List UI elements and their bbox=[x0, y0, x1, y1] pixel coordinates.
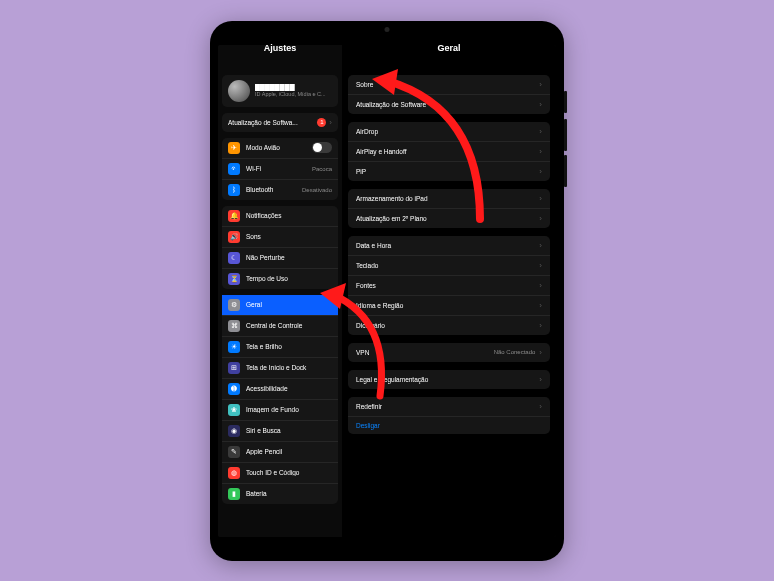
sidebar-item-tempo-de-uso[interactable]: ⏳Tempo de Uso bbox=[222, 268, 338, 289]
bell-icon: 🔔 bbox=[228, 210, 240, 222]
detail-group-storage: Armazenamento do iPad›Atualização em 2º … bbox=[348, 189, 550, 228]
chevron-right-icon: › bbox=[329, 118, 332, 127]
detail-row-atualiza-o-de-software[interactable]: Atualização de Software› bbox=[348, 94, 550, 114]
settings-title: Ajustes bbox=[218, 35, 342, 61]
sidebar-item-wi-fi[interactable]: ᯤWi-FiPacoca bbox=[222, 158, 338, 179]
sidebar-item-apple-pencil[interactable]: ✎Apple Pencil bbox=[222, 441, 338, 462]
sidebar-item-bateria[interactable]: ▮Bateria bbox=[222, 483, 338, 504]
toggle-switch[interactable] bbox=[312, 142, 332, 153]
detail-row-redefinir[interactable]: Redefinir› bbox=[348, 397, 550, 416]
sidebar-item-label: Notificações bbox=[246, 212, 332, 219]
chevron-right-icon: › bbox=[539, 281, 542, 290]
badge-icon: 1 bbox=[317, 118, 326, 127]
sidebar-group-notifications: 🔔Notificações🔊Sons☾Não Perturbe⏳Tempo de… bbox=[222, 206, 338, 289]
accessibility-icon: ➊ bbox=[228, 383, 240, 395]
sidebar-item-acessibilidade[interactable]: ➊Acessibilidade bbox=[222, 378, 338, 399]
chevron-right-icon: › bbox=[539, 147, 542, 156]
sidebar-item-label: Wi-Fi bbox=[246, 165, 308, 172]
detail-row-sobre[interactable]: Sobre› bbox=[348, 75, 550, 94]
detail-pane: Sobre›Atualização de Software› AirDrop›A… bbox=[342, 45, 556, 537]
detail-row-airplay-e-handoff[interactable]: AirPlay e Handoff› bbox=[348, 141, 550, 161]
sidebar-item-geral[interactable]: ⚙Geral bbox=[222, 295, 338, 315]
detail-group-date: Data e Hora›Teclado›Fontes›Idioma e Regi… bbox=[348, 236, 550, 335]
detail-row-armazenamento-do-ipad[interactable]: Armazenamento do iPad› bbox=[348, 189, 550, 208]
sidebar-item-tela-de-in-cio-e-dock[interactable]: ⊞Tela de Início e Dock bbox=[222, 357, 338, 378]
sidebar-group-connectivity: ✈Modo AviãoᯤWi-FiPacocaᛒBluetoothDesativ… bbox=[222, 138, 338, 200]
airplane-icon: ✈ bbox=[228, 142, 240, 154]
detail-row-label: Redefinir bbox=[356, 403, 539, 410]
detail-row-pip[interactable]: PiP› bbox=[348, 161, 550, 181]
sidebar-item-tela-e-brilho[interactable]: ☀Tela e Brilho bbox=[222, 336, 338, 357]
sidebar-item-label: Bateria bbox=[246, 490, 332, 497]
settings-sidebar: ████████ ID Apple, iCloud, Mídia e C... … bbox=[218, 45, 342, 537]
sidebar-item-label: Tela de Início e Dock bbox=[246, 364, 332, 371]
detail-row-legal-e-regulamenta-o[interactable]: Legal e Regulamentação› bbox=[348, 370, 550, 389]
avatar bbox=[228, 80, 250, 102]
chevron-right-icon: › bbox=[539, 214, 542, 223]
detail-row-label: Atualização de Software bbox=[356, 101, 539, 108]
detail-row-vpn[interactable]: VPNNão Conectado› bbox=[348, 343, 550, 362]
chevron-right-icon: › bbox=[539, 402, 542, 411]
sidebar-item-label: Sons bbox=[246, 233, 332, 240]
moon-icon: ☾ bbox=[228, 252, 240, 264]
sidebar-item-n-o-perturbe[interactable]: ☾Não Perturbe bbox=[222, 247, 338, 268]
detail-row-label: Desligar bbox=[356, 422, 542, 429]
detail-group-vpn: VPNNão Conectado› bbox=[348, 343, 550, 362]
sidebar-item-label: Tempo de Uso bbox=[246, 275, 332, 282]
sidebar-item-touch-id-e-c-digo[interactable]: ◍Touch ID e Código bbox=[222, 462, 338, 483]
chevron-right-icon: › bbox=[539, 261, 542, 270]
software-update-banner[interactable]: Atualização de Softwa... 1 › bbox=[222, 113, 338, 132]
detail-group-airdrop: AirDrop›AirPlay e Handoff›PiP› bbox=[348, 122, 550, 181]
profile-text: ████████ ID Apple, iCloud, Mídia e C... bbox=[255, 84, 326, 97]
chevron-right-icon: › bbox=[539, 167, 542, 176]
volume-up-button[interactable] bbox=[564, 119, 567, 151]
profile-subtitle: ID Apple, iCloud, Mídia e C... bbox=[255, 91, 326, 97]
apple-id-profile[interactable]: ████████ ID Apple, iCloud, Mídia e C... bbox=[222, 75, 338, 107]
battery-icon: ▮ bbox=[228, 488, 240, 500]
detail-row-desligar[interactable]: Desligar bbox=[348, 416, 550, 434]
detail-group-reset: Redefinir›Desligar bbox=[348, 397, 550, 434]
detail-row-label: Sobre bbox=[356, 81, 539, 88]
tablet-frame: Ajustes Geral ████████ ID Apple, iCloud,… bbox=[210, 21, 564, 561]
header-bar: Ajustes Geral bbox=[218, 35, 556, 61]
detail-row-dicion-rio[interactable]: Dicionário› bbox=[348, 315, 550, 335]
power-button[interactable] bbox=[564, 91, 567, 113]
detail-row-label: Idioma e Região bbox=[356, 302, 539, 309]
chevron-right-icon: › bbox=[539, 194, 542, 203]
pencil-icon: ✎ bbox=[228, 446, 240, 458]
sidebar-item-label: Modo Avião bbox=[246, 144, 312, 151]
detail-row-fontes[interactable]: Fontes› bbox=[348, 275, 550, 295]
detail-row-label: Legal e Regulamentação bbox=[356, 376, 539, 383]
siri-icon: ◉ bbox=[228, 425, 240, 437]
sidebar-item-central-de-controle[interactable]: ⌘Central de Controle bbox=[222, 315, 338, 336]
sidebar-item-value: Pacoca bbox=[312, 166, 332, 172]
speaker-icon: 🔊 bbox=[228, 231, 240, 243]
touchid-icon: ◍ bbox=[228, 467, 240, 479]
sidebar-item-bluetooth[interactable]: ᛒBluetoothDesativado bbox=[222, 179, 338, 200]
sidebar-item-siri-e-busca[interactable]: ◉Siri e Busca bbox=[222, 420, 338, 441]
volume-down-button[interactable] bbox=[564, 155, 567, 187]
chevron-right-icon: › bbox=[539, 241, 542, 250]
sidebar-item-imagem-de-fundo[interactable]: ❀Imagem de Fundo bbox=[222, 399, 338, 420]
detail-row-airdrop[interactable]: AirDrop› bbox=[348, 122, 550, 141]
sidebar-item-value: Desativado bbox=[302, 187, 332, 193]
detail-row-label: Fontes bbox=[356, 282, 539, 289]
detail-group-legal: Legal e Regulamentação› bbox=[348, 370, 550, 389]
bluetooth-icon: ᛒ bbox=[228, 184, 240, 196]
sidebar-item-sons[interactable]: 🔊Sons bbox=[222, 226, 338, 247]
sidebar-item-label: Siri e Busca bbox=[246, 427, 332, 434]
sidebar-item-label: Acessibilidade bbox=[246, 385, 332, 392]
detail-row-label: AirPlay e Handoff bbox=[356, 148, 539, 155]
detail-row-label: Teclado bbox=[356, 262, 539, 269]
detail-row-label: PiP bbox=[356, 168, 539, 175]
sidebar-item-label: Touch ID e Código bbox=[246, 469, 332, 476]
detail-row-teclado[interactable]: Teclado› bbox=[348, 255, 550, 275]
detail-row-data-e-hora[interactable]: Data e Hora› bbox=[348, 236, 550, 255]
detail-row-atualiza-o-em-2-plano[interactable]: Atualização em 2º Plano› bbox=[348, 208, 550, 228]
sidebar-item-label: Tela e Brilho bbox=[246, 343, 332, 350]
detail-group-about: Sobre›Atualização de Software› bbox=[348, 75, 550, 114]
sidebar-item-modo-avi-o[interactable]: ✈Modo Avião bbox=[222, 138, 338, 158]
chevron-right-icon: › bbox=[539, 348, 542, 357]
sidebar-item-notifica-es[interactable]: 🔔Notificações bbox=[222, 206, 338, 226]
detail-row-idioma-e-regi-o[interactable]: Idioma e Região› bbox=[348, 295, 550, 315]
